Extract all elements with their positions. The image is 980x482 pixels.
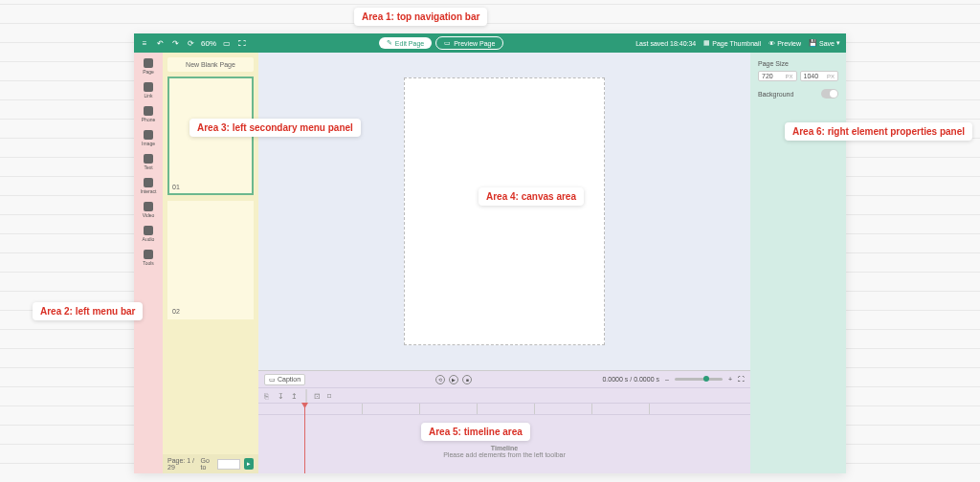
video-icon (144, 202, 153, 211)
timeline-fullscreen-icon[interactable]: ⛶ (738, 376, 745, 383)
preview-page-icon: ▭ (444, 39, 451, 47)
fit-icon[interactable]: ▭ (222, 38, 232, 48)
playhead[interactable] (304, 404, 305, 473)
leftbar-phone[interactable]: Phone (142, 106, 155, 122)
time-minus-icon[interactable]: – (665, 376, 669, 383)
rewind-button[interactable]: ⟲ (435, 375, 445, 384)
goto-input[interactable] (217, 459, 240, 470)
new-blank-page-button[interactable]: New Blank Page (167, 57, 254, 72)
goto-label: Go to (200, 457, 213, 471)
preview-button[interactable]: 👁 Preview (768, 40, 801, 47)
tool-e-icon[interactable]: ⌑ (327, 392, 335, 400)
background-label: Background (758, 91, 793, 98)
tool-a-icon[interactable]: ⎘ (264, 392, 272, 400)
annotation-a5: Area 5: timeline area (421, 423, 530, 441)
leftbar-label: Image (142, 141, 155, 146)
leftbar-text[interactable]: Text (144, 154, 153, 170)
menu-icon[interactable]: ≡ (140, 38, 149, 48)
edit-icon: ✎ (387, 39, 392, 47)
timeline-tools-row: ⎘ ↧ ↥ | ⊡ ⌑ (258, 388, 750, 404)
tools-icon (144, 250, 153, 259)
leftbar-image[interactable]: Image (142, 130, 155, 146)
page-icon (144, 58, 153, 68)
preview-label: Preview (777, 40, 801, 47)
width-input[interactable]: 720 PX (758, 71, 797, 81)
leftbar-label: Video (143, 212, 155, 218)
link-icon (144, 82, 153, 92)
page-thumb[interactable]: 02 (167, 201, 254, 319)
background-toggle[interactable] (821, 89, 838, 99)
go-arrow-icon: ▸ (247, 460, 251, 468)
leftbar-label: Tools (143, 260, 154, 266)
canvas-page[interactable] (404, 77, 605, 345)
annotation-a2: Area 2: left menu bar (33, 302, 143, 320)
leftbar-tools[interactable]: Tools (143, 250, 154, 266)
ruler-tick (591, 404, 592, 414)
leftbar-page[interactable]: Page (143, 58, 154, 75)
zoom-value[interactable]: 60% (201, 39, 216, 48)
save-label: Save (819, 40, 835, 47)
height-input[interactable]: 1040 PX (800, 71, 839, 81)
play-button[interactable]: ▶ (449, 375, 458, 384)
leftbar-interact[interactable]: Interact (141, 178, 157, 194)
center-column: ▭ Caption ⟲ ▶ ■ 0.0000 s / 0.0000 s – + … (258, 53, 750, 473)
divider: | (304, 387, 308, 405)
redo-icon[interactable]: ↷ (170, 38, 180, 48)
preview-page-tab[interactable]: ▭ Preview Page (435, 36, 503, 50)
ruler-tick (362, 404, 363, 414)
height-value: 1040 (804, 73, 827, 79)
zoom-slider[interactable] (675, 378, 723, 381)
leftbar-label: Phone (142, 117, 155, 122)
timeline-top-row: ▭ Caption ⟲ ▶ ■ 0.0000 s / 0.0000 s – + … (258, 371, 750, 388)
page-thumbnail-button[interactable]: ▦ Page Thumbnail (703, 39, 761, 47)
top-nav-bar: ≡ ↶ ↷ ⟳ 60% ▭ ⛶ ✎ Edit Page ▭ Preview Pa… (134, 33, 846, 53)
left-secondary-panel: New Blank Page 01 02 Page: 1 / 29 Go to … (163, 53, 258, 473)
edit-page-label: Edit Page (395, 40, 424, 47)
leftbar-label: Interact (141, 188, 157, 194)
save-icon: 💾 (809, 39, 817, 47)
last-saved-text: Last saved 18:40:34 (635, 40, 696, 47)
ruler-tick (419, 404, 420, 414)
topbar-left: ≡ ↶ ↷ ⟳ 60% ▭ ⛶ (140, 38, 247, 48)
chevron-down-icon: ▾ (836, 39, 840, 47)
leftbar-link[interactable]: Link (144, 82, 153, 99)
goto-button[interactable]: ▸ (244, 458, 254, 470)
caption-button[interactable]: ▭ Caption (264, 374, 305, 385)
edit-page-tab[interactable]: ✎ Edit Page (379, 37, 432, 49)
tool-b-icon[interactable]: ↧ (278, 392, 285, 400)
save-button[interactable]: 💾 Save ▾ (809, 39, 840, 47)
leftbar-label: Page (143, 69, 154, 75)
ruler-tick (649, 404, 650, 414)
leftbar-label: Audio (143, 236, 155, 242)
unit-label: PX (827, 74, 835, 79)
stop-button[interactable]: ■ (462, 375, 472, 384)
fullscreen-icon[interactable]: ⛶ (237, 38, 247, 48)
tool-c-icon[interactable]: ↥ (291, 392, 299, 400)
leftbar-audio[interactable]: Audio (143, 226, 155, 242)
undo-icon[interactable]: ↶ (155, 38, 165, 48)
leftbar-video[interactable]: Video (143, 202, 155, 218)
thumb-number: 02 (172, 308, 180, 315)
thumb-number: 01 (172, 184, 180, 190)
grid-icon: ▦ (703, 39, 710, 47)
app-window: ≡ ↶ ↷ ⟳ 60% ▭ ⛶ ✎ Edit Page ▭ Preview Pa… (134, 33, 846, 473)
annotation-a4: Area 4: canvas area (479, 187, 584, 206)
right-properties-panel: Page Size 720 PX 1040 PX Background (750, 53, 846, 473)
canvas-area[interactable] (258, 53, 750, 370)
timeline-empty-sub: Please add elements from the left toolba… (443, 451, 566, 458)
left-menu-bar: Page Link Phone Image Text Interact Vide… (134, 53, 163, 473)
page-size-row: 720 PX 1040 PX (758, 71, 838, 81)
preview-page-label: Preview Page (454, 40, 495, 47)
page-size-label: Page Size (758, 60, 838, 67)
leftbar-label: Text (144, 164, 152, 170)
time-plus-icon[interactable]: + (728, 376, 732, 383)
phone-icon (144, 106, 153, 116)
audio-icon (144, 226, 153, 235)
refresh-icon[interactable]: ⟳ (186, 38, 195, 48)
timeline-ruler[interactable] (258, 404, 750, 415)
interact-icon (144, 178, 153, 187)
page-thumbnail-label: Page Thumbnail (712, 40, 761, 47)
page-footer: Page: 1 / 29 Go to ▸ (163, 454, 258, 473)
tool-d-icon[interactable]: ⊡ (314, 392, 322, 400)
caption-label: Caption (278, 376, 301, 383)
